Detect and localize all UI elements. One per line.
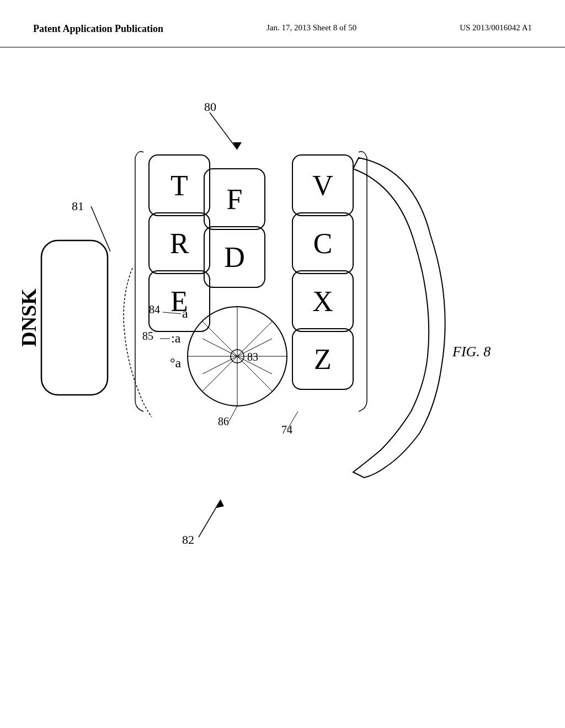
figure-area: FIG. 8 80 81 DNSK T F V R D C xyxy=(0,47,565,709)
page-header: Patent Application Publication Jan. 17, … xyxy=(0,0,565,47)
keyboard-bracket-left xyxy=(135,152,143,411)
label-81: 81 xyxy=(72,199,84,213)
label-82: 82 xyxy=(182,533,194,547)
keyboard-bracket-right xyxy=(359,152,367,411)
finger-shape-left xyxy=(124,268,152,417)
label-83: 83 xyxy=(247,351,258,363)
patent-number: US 2013/0016042 A1 xyxy=(460,22,532,34)
key-D-label: D xyxy=(224,242,245,273)
label-74: 74 xyxy=(281,424,292,436)
key-F-label: F xyxy=(227,184,243,215)
key-T-label: T xyxy=(170,170,188,201)
key-R-label: R xyxy=(170,228,189,259)
publication-label: Patent Application Publication xyxy=(33,22,163,36)
label-84: 84 xyxy=(149,303,160,315)
key-V-label: V xyxy=(312,170,333,201)
label-85: 85 xyxy=(142,330,153,342)
dnsk-key-bg[interactable] xyxy=(41,240,108,395)
leader-82 xyxy=(199,500,221,537)
sheet-info: Jan. 17, 2013 Sheet 8 of 50 xyxy=(266,22,356,34)
leader-80 xyxy=(210,113,237,149)
label-86: 86 xyxy=(218,415,229,427)
arrow-82 xyxy=(216,500,224,508)
leader-86 xyxy=(229,406,237,421)
figure-label: FIG. 8 xyxy=(452,344,491,360)
key-a-small-label: a xyxy=(182,306,188,320)
key-a-dot-label: °a xyxy=(170,356,182,370)
key-C-label: C xyxy=(313,228,333,259)
key-X-label: X xyxy=(312,286,333,317)
figure-svg: FIG. 8 80 81 DNSK T F V R D C xyxy=(0,47,565,709)
key-a-colon-label: :a xyxy=(171,331,181,345)
dnsk-key-label: DNSK xyxy=(17,288,40,347)
leader-81 xyxy=(91,206,110,251)
label-80: 80 xyxy=(204,100,216,114)
leader-74 xyxy=(287,411,298,430)
key-Z-label: Z xyxy=(314,344,332,375)
